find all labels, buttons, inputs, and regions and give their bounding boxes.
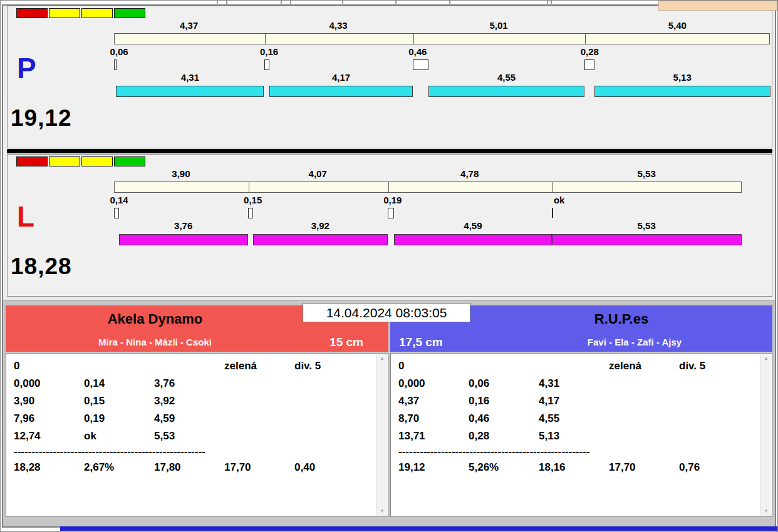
result-cell: 0,40 bbox=[294, 459, 388, 476]
scroll-up-icon[interactable]: ▲ bbox=[380, 356, 385, 361]
vertical-scrollbar[interactable]: ▲ ▼ bbox=[376, 354, 387, 516]
leg-time: 3,92 bbox=[311, 220, 329, 231]
result-row: 4,370,164,17 bbox=[398, 392, 772, 410]
result-cell: 0,06 bbox=[469, 375, 539, 392]
result-cell: 5,13 bbox=[539, 427, 609, 445]
scroll-down-icon[interactable]: ▼ bbox=[764, 509, 769, 514]
result-cell: 7,96 bbox=[14, 410, 84, 427]
result-cell bbox=[224, 375, 294, 392]
result-cell: 4,31 bbox=[539, 375, 609, 392]
total-row: 19,125,26%18,1617,700,76 bbox=[398, 459, 772, 476]
result-cell: 0,15 bbox=[84, 392, 154, 410]
timing-bars: 3,904,074,785,530,140,150,19ok3,763,924,… bbox=[8, 155, 772, 296]
split-divider bbox=[585, 33, 586, 44]
scroll-down-icon[interactable]: ▼ bbox=[380, 509, 385, 514]
results-rows: 0zelenádiv. 50,0000,143,763,900,153,927,… bbox=[6, 354, 388, 476]
result-cell: 4,55 bbox=[539, 410, 609, 427]
team-subheader: 17,5 cm Favi - Ela - Zafi - Ajsy bbox=[390, 332, 772, 352]
separator-line: ----------------------------------------… bbox=[14, 445, 388, 459]
result-row: 13,710,285,13 bbox=[398, 427, 772, 445]
lane-panel-p: P 4,374,335,015,400,060,160,460,284,314,… bbox=[7, 6, 772, 148]
timing-window: P 4,374,335,015,400,060,160,460,284,314,… bbox=[2, 4, 776, 528]
result-row: 3,900,153,92 bbox=[14, 392, 388, 410]
result-cell: 18,16 bbox=[539, 459, 609, 476]
vertical-scrollbar[interactable]: ▲ ▼ bbox=[760, 354, 771, 516]
scroll-up-icon[interactable]: ▲ bbox=[764, 356, 769, 361]
split-time: 5,53 bbox=[638, 168, 656, 179]
result-row: 7,960,194,59 bbox=[14, 410, 388, 427]
leg-time: 5,53 bbox=[638, 220, 656, 231]
window-fragment bbox=[395, 1, 397, 4]
result-cell: 0,46 bbox=[469, 410, 539, 427]
jump-height: 17,5 cm bbox=[390, 335, 497, 349]
result-row: 0,0000,143,76 bbox=[14, 375, 388, 392]
results-textbox[interactable]: 0zelenádiv. 50,0000,143,763,900,153,927,… bbox=[6, 353, 388, 517]
window-fragment bbox=[449, 1, 450, 4]
result-cell: div. 5 bbox=[294, 357, 388, 375]
fault-box bbox=[413, 59, 428, 70]
fault-time: 0,19 bbox=[383, 195, 402, 205]
result-cell: 0,000 bbox=[14, 375, 84, 392]
result-cell bbox=[294, 392, 388, 410]
leg-bar bbox=[269, 86, 413, 97]
jump-height: 15 cm bbox=[304, 335, 388, 349]
result-cell: 17,70 bbox=[224, 459, 294, 476]
fault-box bbox=[248, 208, 253, 218]
leg-bar bbox=[116, 86, 264, 97]
result-cell: 13,71 bbox=[398, 427, 469, 445]
result-cell bbox=[609, 392, 679, 410]
fault-box bbox=[114, 208, 119, 218]
result-cell: 0 bbox=[14, 357, 84, 375]
result-cell bbox=[84, 357, 154, 375]
window-fragment bbox=[281, 1, 282, 4]
result-cell: 0,14 bbox=[84, 375, 154, 392]
split-time: 4,07 bbox=[309, 168, 327, 179]
team-members: Favi - Ela - Zafi - Ajsy bbox=[497, 337, 772, 347]
split-time: 5,01 bbox=[489, 20, 507, 31]
result-cell: 8,70 bbox=[398, 410, 469, 427]
result-cell bbox=[609, 427, 679, 445]
lane-total-time: 19,12 bbox=[11, 105, 72, 131]
result-cell: zelená bbox=[224, 357, 294, 375]
result-cell: 5,26% bbox=[469, 459, 539, 476]
result-cell bbox=[224, 410, 294, 427]
result-cell: 0,76 bbox=[679, 459, 772, 476]
result-cell: 19,12 bbox=[398, 459, 469, 476]
result-cell bbox=[294, 410, 388, 427]
result-cell: 2,67% bbox=[84, 459, 154, 476]
leg-time: 4,31 bbox=[181, 72, 199, 83]
result-cell: zelená bbox=[609, 357, 679, 375]
fault-box bbox=[388, 208, 394, 218]
split-total-bar bbox=[114, 33, 770, 44]
window-fragment bbox=[342, 1, 343, 4]
fault-time: 0,46 bbox=[408, 46, 427, 57]
window-fragment bbox=[551, 1, 552, 4]
result-cell bbox=[609, 375, 679, 392]
result-cell: 17,70 bbox=[609, 459, 679, 476]
result-cell: div. 5 bbox=[679, 357, 772, 375]
result-cell: 3,76 bbox=[154, 375, 224, 392]
result-cell: 0,19 bbox=[84, 410, 154, 427]
leg-bar bbox=[552, 234, 742, 245]
result-cell bbox=[679, 375, 772, 392]
leg-time: 4,55 bbox=[497, 72, 516, 83]
team-name: Akela Dynamo bbox=[6, 305, 304, 332]
result-cell: 4,59 bbox=[154, 410, 224, 427]
timing-bars: 4,374,335,015,400,060,160,460,284,314,17… bbox=[8, 6, 772, 148]
result-cell: ok bbox=[84, 427, 154, 445]
leg-time: 5,13 bbox=[673, 72, 692, 83]
result-cell bbox=[224, 427, 294, 445]
results-textbox[interactable]: 0zelenádiv. 50,0000,064,314,370,164,178,… bbox=[390, 353, 772, 517]
split-divider bbox=[249, 182, 249, 193]
split-total-bar bbox=[114, 182, 742, 193]
fault-box bbox=[584, 59, 594, 70]
fault-time: 0,15 bbox=[244, 195, 262, 205]
leg-bar bbox=[253, 234, 388, 245]
result-cell bbox=[679, 410, 772, 427]
leg-bar bbox=[594, 86, 770, 97]
split-time: 4,33 bbox=[329, 20, 347, 31]
result-cell bbox=[679, 392, 772, 410]
datetime-display: 14.04.2024 08:03:05 bbox=[303, 303, 470, 322]
leg-bar bbox=[394, 234, 552, 245]
split-divider bbox=[265, 33, 266, 44]
